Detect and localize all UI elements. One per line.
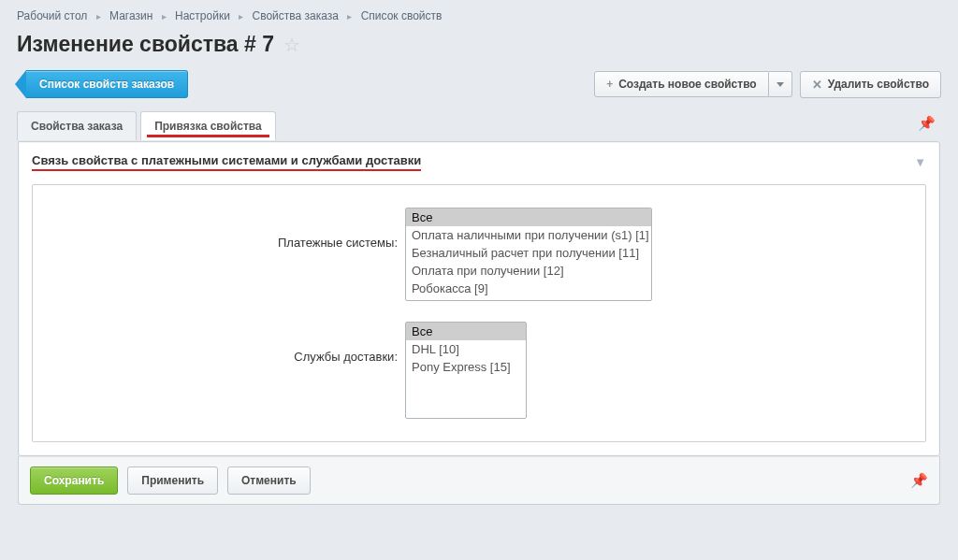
collapse-toggle[interactable]: ▼ — [914, 155, 926, 169]
plus-icon: + — [606, 78, 613, 91]
chevron-right-icon: ▸ — [156, 11, 172, 22]
chevron-right-icon: ▸ — [91, 11, 107, 22]
select-delivery-services[interactable]: ВсеDHL [10]Pony Express [15] — [405, 322, 527, 419]
breadcrumb-item[interactable]: Магазин — [109, 9, 152, 22]
back-to-list-button[interactable]: Список свойств заказов — [26, 70, 188, 98]
delete-property-label: Удалить свойство — [828, 78, 929, 91]
caret-down-icon — [777, 82, 784, 87]
panel-binding: Связь свойства с платежными системами и … — [18, 141, 940, 456]
tab-properties[interactable]: Свойства заказа — [17, 111, 137, 140]
apply-button[interactable]: Применить — [127, 467, 218, 495]
label-payment-systems: Платежные системы: — [42, 208, 405, 250]
section-title: Связь свойства с платежными системами и … — [32, 153, 421, 171]
cancel-button[interactable]: Отменить — [227, 467, 311, 495]
breadcrumb-item[interactable]: Настройки — [175, 9, 230, 22]
pin-icon[interactable]: 📌 — [918, 115, 936, 132]
tab-binding[interactable]: Привязка свойства — [140, 111, 276, 140]
breadcrumb-item[interactable]: Свойства заказа — [253, 9, 339, 22]
footer-actions: Сохранить Применить Отменить 📌 — [18, 456, 940, 505]
delete-property-button[interactable]: ✕ Удалить свойство — [800, 71, 941, 98]
favorite-star-icon[interactable]: ☆ — [283, 34, 300, 56]
chevron-right-icon: ▸ — [341, 11, 357, 22]
select-payment-systems[interactable]: ВсеОплата наличными при получении (s1) [… — [405, 208, 652, 301]
breadcrumb: Рабочий стол ▸ Магазин ▸ Настройки ▸ Сво… — [17, 7, 941, 32]
label-delivery-services: Службы доставки: — [42, 322, 405, 364]
create-property-label: Создать новое свойство — [618, 78, 757, 91]
create-property-button[interactable]: + Создать новое свойство — [594, 71, 769, 97]
breadcrumb-item[interactable]: Рабочий стол — [17, 9, 87, 22]
chevron-right-icon: ▸ — [233, 11, 249, 22]
close-icon: ✕ — [812, 78, 822, 92]
page-title: Изменение свойства # 7 — [17, 32, 274, 57]
create-property-dropdown[interactable] — [769, 71, 792, 97]
save-button[interactable]: Сохранить — [30, 467, 118, 495]
breadcrumb-item[interactable]: Список свойств — [361, 9, 443, 22]
pin-icon[interactable]: 📌 — [910, 472, 928, 489]
